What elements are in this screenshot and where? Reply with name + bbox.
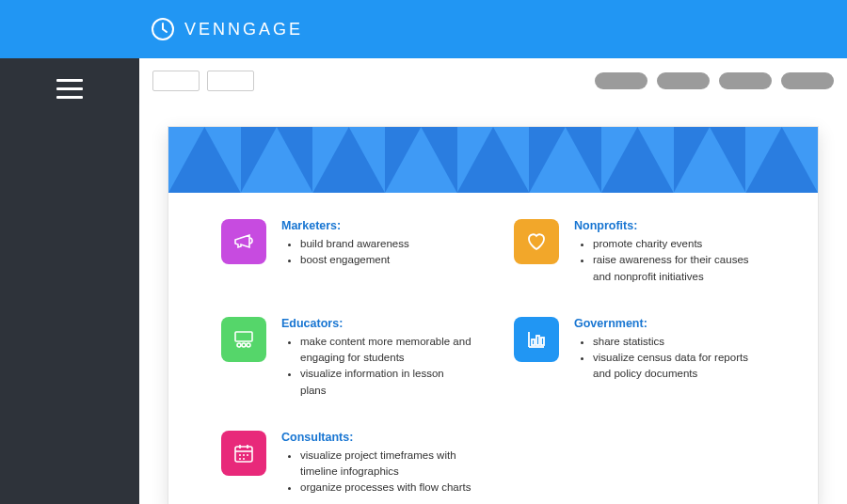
- toolbar-control[interactable]: [152, 71, 200, 91]
- section-title: Educators:: [281, 317, 472, 330]
- toolbar-action[interactable]: [595, 72, 647, 89]
- item-nonprofits: Nonprofits: promote charity events raise…: [514, 219, 765, 285]
- top-banner: VENNGAGE: [0, 0, 847, 58]
- section-title: Consultants:: [281, 431, 472, 444]
- clock-icon: [151, 17, 175, 41]
- svg-point-2: [237, 343, 241, 347]
- section-title: Nonprofits:: [574, 219, 765, 232]
- hero-pattern: [168, 127, 818, 193]
- toolbar-action[interactable]: [657, 72, 710, 89]
- bullet: promote charity events: [593, 236, 765, 252]
- svg-rect-1: [235, 332, 252, 341]
- bullet: build brand awareness: [300, 236, 409, 252]
- toolbar-action[interactable]: [781, 72, 834, 89]
- bullet: share statistics: [593, 334, 765, 350]
- bullet: make content more memorable and engaging…: [300, 334, 472, 367]
- bullet: raise awareness for their causes and non…: [593, 252, 765, 285]
- bullet: visualize information in lesson plans: [300, 366, 472, 399]
- bar-chart-icon: [514, 317, 559, 362]
- bullet: visualize census data for reports and po…: [593, 350, 765, 383]
- toolbar-action[interactable]: [719, 72, 772, 89]
- svg-rect-7: [541, 338, 544, 345]
- toolbar: [139, 58, 847, 103]
- section-title: Marketers:: [281, 219, 409, 232]
- brand-logo[interactable]: VENNGAGE: [151, 17, 303, 41]
- bullet: boost engagement: [300, 252, 409, 268]
- svg-rect-5: [532, 339, 535, 345]
- menu-icon[interactable]: [56, 73, 83, 504]
- item-government: Government: share statistics visualize c…: [514, 317, 765, 399]
- svg-point-3: [242, 343, 246, 347]
- brand-name: VENNGAGE: [184, 20, 303, 39]
- item-consultants: Consultants: visualize project timeframe…: [221, 431, 472, 496]
- heart-icon: [514, 219, 559, 264]
- bullet: organize processes with flow charts: [300, 480, 472, 496]
- toolbar-control[interactable]: [207, 71, 254, 91]
- svg-rect-6: [536, 336, 539, 345]
- calendar-icon: [221, 431, 266, 476]
- template-card: Marketers: build brand awareness boost e…: [168, 126, 819, 504]
- svg-point-4: [247, 343, 250, 347]
- item-marketers: Marketers: build brand awareness boost e…: [221, 219, 472, 285]
- audience-grid: Marketers: build brand awareness boost e…: [168, 193, 818, 504]
- canvas-area: Marketers: build brand awareness boost e…: [139, 103, 847, 504]
- megaphone-icon: [221, 219, 266, 264]
- bullet: visualize project timeframes with timeli…: [300, 448, 472, 480]
- classroom-icon: [221, 317, 266, 362]
- item-educators: Educators: make content more memorable a…: [221, 317, 472, 399]
- section-title: Government:: [574, 317, 765, 330]
- sidebar: [0, 58, 139, 504]
